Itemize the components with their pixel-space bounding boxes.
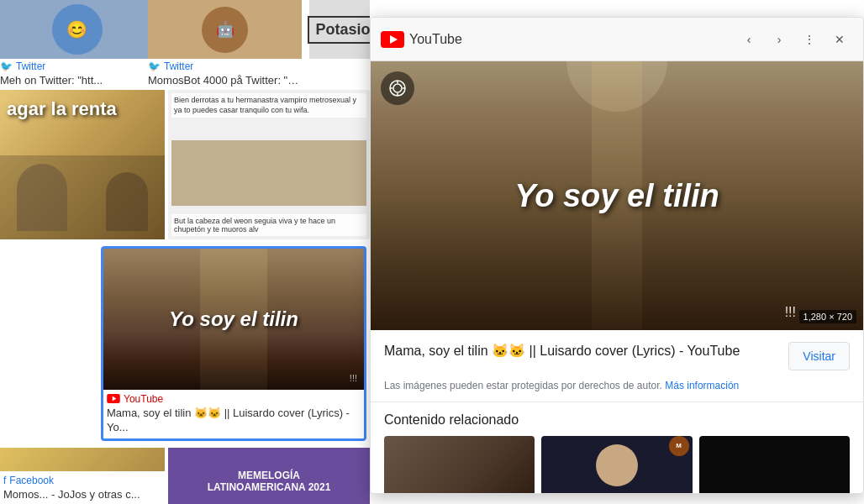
related-thumb-3[interactable] [699, 436, 850, 494]
mid-results-row: agar la renta Bien derrotas a tu hermana… [0, 90, 370, 239]
video-info-section: Mama, soy el tilin 🐱🐱 || Luisardo cover … [371, 330, 863, 402]
result-agar-la-renta[interactable]: agar la renta [0, 90, 165, 239]
youtube-logo: YouTube [381, 31, 462, 48]
video-exclamations: !!! [785, 305, 796, 320]
panel-close-button[interactable]: ✕ [826, 26, 853, 53]
top-results-row: 😊 🐦 Twitter Meh on Twitter: "htt... 🤖 🐦 … [0, 0, 370, 88]
result-item-2[interactable]: 🤖 🐦 Twitter MomosBot 4000 på Twitter: "M… [148, 0, 303, 88]
selected-video-result[interactable]: Yo soy el tilin !!! YouTube Mama, soy el… [101, 246, 366, 441]
video-full-title: Mama, soy el tilin 🐱🐱 || Luisardo cover … [384, 342, 775, 360]
nav-back-button[interactable]: ‹ [735, 26, 762, 53]
potasio-label: Potasio [308, 16, 371, 44]
info-top-row: Mama, soy el tilin 🐱🐱 || Luisardo cover … [384, 342, 850, 370]
selected-video-text: Yo soy el tilin [169, 307, 298, 331]
svg-point-5 [393, 84, 402, 92]
related-content-title: Contenido relacionado [384, 412, 850, 428]
source-label-1: Twitter [16, 60, 45, 72]
video-dimensions-badge: 1,280 × 720 [799, 310, 856, 323]
meme-image-area [171, 140, 366, 206]
video-preview-area: Yo soy el tilin !!! 1,280 × 720 [371, 61, 863, 330]
youtube-icon-small [107, 394, 120, 403]
fb-source-label: Facebook [9, 475, 54, 486]
copyright-notice: Las imágenes pueden estar protegidas por… [384, 379, 850, 393]
selected-video-watermark: !!! [350, 373, 357, 383]
meme-text-bottom: But la cabeza del weon seguia viva y te … [171, 214, 366, 236]
video-main-text: Yo soy el tilin [514, 178, 719, 214]
result-item-3[interactable]: Potasio [309, 0, 370, 88]
nav-more-button[interactable]: ⋮ [796, 26, 823, 53]
source-label-2: Twitter [164, 60, 193, 72]
agar-text: agar la renta [7, 98, 117, 120]
youtube-logo-icon [381, 31, 404, 48]
youtube-preview-panel: YouTube ‹ › ⋮ ✕ Yo soy el tilin [370, 17, 864, 494]
result-title-1: Meh on Twitter: "htt... [0, 74, 141, 88]
panel-header: YouTube ‹ › ⋮ ✕ [371, 18, 863, 61]
twitter-icon-1: 🐦 [0, 60, 13, 72]
memelogia-label: MEMELOGÍA LATINOAMERICANA 2021 [208, 470, 331, 493]
result-meme-jojo[interactable]: Bien derrotas a tu hermanastra vampiro m… [168, 90, 370, 239]
selected-source-label: YouTube [124, 393, 163, 405]
meme-text-top: Bien derrotas a tu hermanastra vampiro m… [171, 93, 366, 118]
mas-informacion-link[interactable]: Más información [665, 380, 739, 391]
result-memelogia[interactable]: MEMELOGÍA LATINOAMERICANA 2021 [168, 448, 370, 504]
result-title-2: MomosBot 4000 på Twitter: "Mom... [148, 74, 303, 88]
fb-icon: f [3, 475, 6, 486]
selected-video-title: Mama, soy el tilin 🐱🐱 || Luisardo cover … [103, 407, 364, 438]
google-lens-button[interactable] [381, 71, 414, 105]
related-thumbnails: M [384, 436, 850, 494]
twitter-icon-2: 🐦 [148, 60, 161, 72]
selected-source-row: YouTube [103, 390, 364, 407]
related-content-section: Contenido relacionado M [371, 402, 863, 494]
panel-nav-buttons: ‹ › ⋮ ✕ [735, 26, 853, 53]
selected-video-thumbnail: Yo soy el tilin !!! [103, 249, 364, 390]
related-thumb-2[interactable]: M [541, 436, 692, 494]
memmaster-badge: M [669, 436, 689, 456]
nav-forward-button[interactable]: › [766, 26, 793, 53]
left-search-panel: 😊 🐦 Twitter Meh on Twitter: "htt... 🤖 🐦 … [0, 0, 370, 504]
visit-button[interactable]: Visitar [788, 342, 850, 370]
youtube-logo-text: YouTube [409, 32, 462, 47]
related-thumb-1[interactable] [384, 436, 535, 494]
result-item-1[interactable]: 😊 🐦 Twitter Meh on Twitter: "htt... [0, 0, 141, 88]
